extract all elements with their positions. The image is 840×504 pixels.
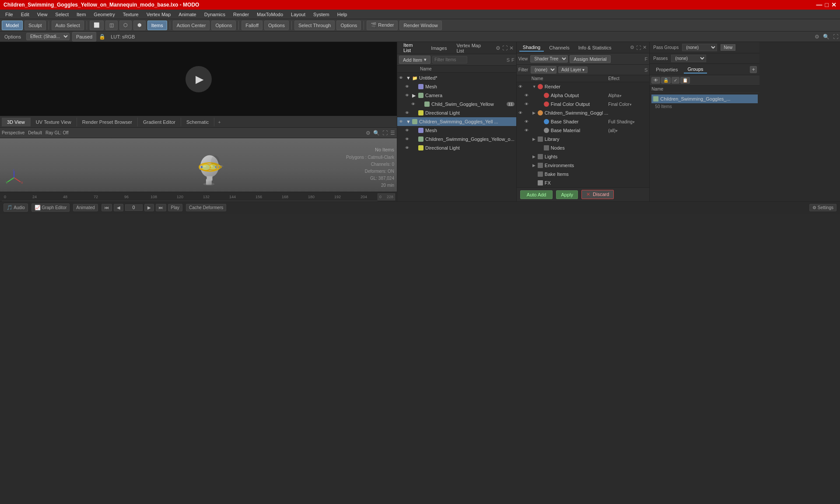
minimize-btn[interactable]: — — [816, 1, 822, 8]
shader-expand-lights[interactable]: ▶ — [532, 154, 538, 159]
menu-layout[interactable]: Layout — [287, 11, 309, 18]
passes-dropdown[interactable]: (none) — [671, 55, 706, 62]
groups-tb-btn1[interactable]: 👁 — [651, 77, 660, 84]
tb-icon4[interactable]: ⬢ — [133, 21, 146, 30]
tb-icon1[interactable]: ⬜ — [90, 21, 104, 30]
render-window-btn[interactable]: Render Window — [399, 21, 441, 30]
item-list-settings-icon[interactable]: ⚙ — [496, 45, 500, 51]
3d-viewport[interactable]: Perspective Default Ray GL: Off ⚙ 🔍 ⛶ ☰ — [0, 128, 397, 192]
menu-dynamics[interactable]: Dynamics — [201, 11, 229, 18]
shader-eye-base-shader[interactable]: 👁 — [525, 119, 532, 124]
3d-canvas[interactable]: X Y Z No Items Polygons : Catmull-Clark … — [0, 138, 397, 192]
options3-btn[interactable]: Options — [336, 21, 361, 30]
pass-groups-dropdown[interactable]: (none) — [682, 44, 717, 51]
tree-item-camera[interactable]: 👁 ▶ Camera — [403, 91, 516, 100]
sculpt-btn[interactable]: Sculpt — [24, 21, 46, 30]
shader-expand-env[interactable]: ▶ — [532, 163, 538, 168]
step-forward-btn[interactable]: ⏭ — [156, 204, 166, 211]
shader-row-final-color[interactable]: 👁 Final Color Output Final Color▾ — [523, 100, 650, 108]
shader-eye-render[interactable]: 👁 — [518, 84, 525, 89]
select-through-btn[interactable]: Select Through — [294, 21, 335, 30]
menu-item[interactable]: Item — [73, 11, 89, 18]
tab-uv[interactable]: UV Texture View — [31, 118, 77, 126]
tree-item-mesh1[interactable]: 👁 Mesh — [403, 82, 516, 91]
shader-row-alpha[interactable]: 👁 Alpha Output Alpha▾ — [523, 91, 650, 100]
shader-eye-final[interactable]: 👁 — [525, 102, 532, 106]
item-filter-icon[interactable]: F — [511, 57, 514, 63]
vp-settings2-icon[interactable]: ⚙ — [366, 130, 371, 136]
groups-add-btn[interactable]: + — [750, 66, 757, 73]
eye-icon-dirlight1[interactable]: 👁 — [405, 111, 412, 115]
next-frame-btn[interactable]: ▶ — [144, 204, 154, 211]
shader-eye-alpha[interactable]: 👁 — [525, 93, 532, 98]
vp-settings-icon[interactable]: ⚙ — [815, 34, 819, 40]
shader-row-library[interactable]: ▶ Library — [517, 135, 650, 144]
shader-row-fx[interactable]: FX — [517, 178, 650, 187]
window-controls[interactable]: — □ ✕ — [816, 1, 836, 8]
shader-eye-children-goggl[interactable]: 👁 — [518, 111, 525, 115]
tab-groups[interactable]: Groups — [684, 66, 707, 74]
menu-texture[interactable]: Texture — [119, 11, 142, 18]
shader-eye-base-mat[interactable]: 👁 — [525, 128, 532, 133]
options2-btn[interactable]: Options — [264, 21, 289, 30]
eye-icon-camera[interactable]: 👁 — [405, 93, 412, 98]
shading-expand-icon[interactable]: ⛶ — [636, 45, 641, 50]
menu-geometry[interactable]: Geometry — [90, 11, 118, 18]
eye-icon-untitled[interactable]: 👁 — [399, 76, 406, 80]
vp-search-icon[interactable]: 🔍 — [823, 34, 830, 40]
cache-deformers-btn[interactable]: Cache Deformers — [186, 204, 226, 211]
assign-material-btn[interactable]: Assign Material — [570, 55, 610, 63]
eye-icon-children-o[interactable]: 👁 — [405, 137, 412, 141]
falloff-btn[interactable]: Falloff — [242, 21, 262, 30]
expand-untitled[interactable]: ▼ — [406, 75, 412, 80]
tab-vertex-map[interactable]: Vertex Map List — [453, 42, 493, 55]
tree-item-children-main[interactable]: 👁 ▼ Children_Swimming_Goggles_Yell ... — [397, 117, 516, 126]
eye-icon-mesh1[interactable]: 👁 — [405, 84, 412, 89]
render-btn[interactable]: 🎬 Render — [367, 21, 398, 30]
frame-input[interactable] — [125, 204, 143, 211]
shader-row-env[interactable]: ▶ Environments — [517, 161, 650, 170]
shading-f-icon[interactable]: F — [645, 56, 648, 62]
eye-icon-child-swim[interactable]: 👁 — [411, 102, 418, 106]
paused-btn[interactable]: Paused — [72, 32, 96, 42]
tree-item-dirlight2[interactable]: 👁 Directional Light — [403, 144, 516, 152]
add-item-btn[interactable]: Add Item ▾ — [399, 56, 430, 64]
tree-item-untitled[interactable]: 👁 ▼ 📁 Untitled* — [397, 74, 516, 82]
tb-icon3[interactable]: ⬡ — [119, 21, 132, 30]
menu-maxtomodo[interactable]: MaxToModo — [253, 11, 287, 18]
tree-item-mesh2[interactable]: 👁 Mesh — [403, 126, 516, 135]
item-sort-icon[interactable]: S — [507, 57, 510, 63]
play-button[interactable] — [186, 66, 212, 92]
apply-btn[interactable]: Apply — [556, 190, 578, 199]
shader-row-base-shader[interactable]: 👁 Base Shader Full Shading▾ — [523, 117, 650, 126]
vp-search2-icon[interactable]: 🔍 — [373, 130, 380, 136]
filter-dropdown[interactable]: (none) — [531, 66, 556, 74]
auto-add-btn[interactable]: Auto Add — [520, 190, 553, 199]
add-layer-btn[interactable]: Add Layer ▾ — [558, 66, 588, 73]
expand-children-main[interactable]: ▼ — [406, 119, 412, 124]
discard-btn[interactable]: ✕ Discard — [581, 190, 614, 199]
shading-settings-icon[interactable]: ⚙ — [630, 45, 634, 50]
tb-icon2[interactable]: ◫ — [105, 21, 118, 30]
shader-row-children-goggl[interactable]: 👁 ▶ Children_Swimming_Goggl ... — [517, 108, 650, 117]
groups-tb-btn2[interactable]: 🔒 — [661, 77, 671, 84]
item-list-close-icon[interactable]: ✕ — [509, 45, 514, 51]
eye-icon-mesh2[interactable]: 👁 — [405, 128, 412, 133]
item-list-expand-icon[interactable]: ⛶ — [502, 45, 508, 51]
tree-item-children-o[interactable]: 👁 Children_Swimming_Goggles_Yellow_o... — [403, 135, 516, 144]
tab-images[interactable]: Images — [427, 44, 450, 52]
graph-editor-btn[interactable]: 📈 Graph Editor — [32, 203, 70, 212]
animated-btn[interactable]: Animated — [73, 204, 98, 211]
tab-render-preset[interactable]: Render Preset Browser — [77, 118, 138, 126]
shader-row-bake[interactable]: Bake Items — [517, 170, 650, 178]
groups-tb-btn3[interactable]: ✓ — [672, 77, 679, 84]
pass-new-btn[interactable]: New — [721, 44, 735, 51]
audio-btn[interactable]: 🎵 Audio — [4, 203, 28, 212]
eye-icon-dirlight2[interactable]: 👁 — [405, 146, 412, 150]
menu-edit[interactable]: Edit — [18, 11, 33, 18]
shader-tree-dropdown[interactable]: Shader Tree — [530, 55, 568, 63]
options1-btn[interactable]: Options — [211, 21, 236, 30]
alpha-effect-dropdown[interactable]: ▾ — [620, 94, 622, 98]
settings-btn[interactable]: ⚙ Settings — [809, 204, 836, 211]
eye-icon-children-main[interactable]: 👁 — [399, 119, 406, 124]
